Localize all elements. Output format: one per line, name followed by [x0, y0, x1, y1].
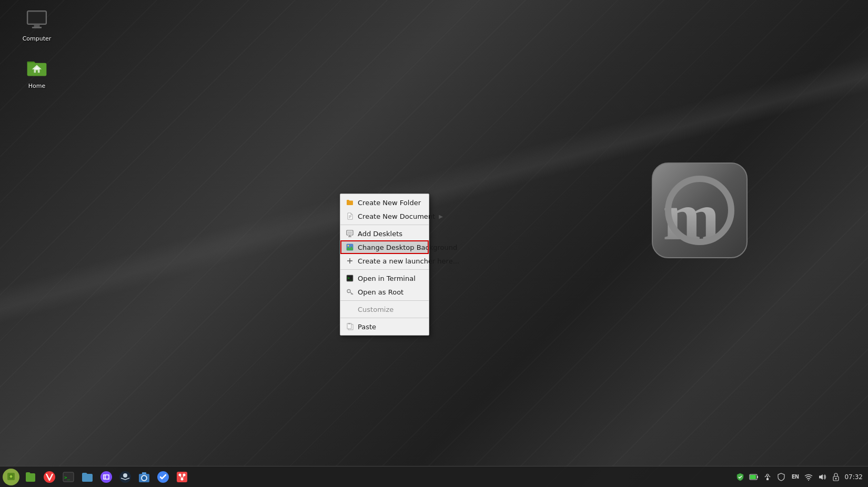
menu-item-create-new-document[interactable]: Create New Document ▶: [340, 209, 429, 223]
menu-item-add-desklets[interactable]: Add Desklets: [340, 227, 429, 240]
tray-lock[interactable]: [831, 472, 841, 482]
menu-item-open-in-terminal[interactable]: >_ Open in Terminal: [340, 271, 429, 285]
context-menu: Create New Folder Create New Document ▶: [340, 194, 429, 336]
svg-point-38: [143, 476, 146, 480]
svg-rect-3: [32, 27, 42, 28]
svg-point-21: [347, 290, 350, 293]
plus-icon: [346, 257, 354, 265]
menu-label-change-desktop-background: Change Desktop Background: [358, 244, 457, 251]
menu-item-change-desktop-background[interactable]: Change Desktop Background: [340, 240, 429, 254]
menu-item-paste[interactable]: Paste: [340, 320, 429, 333]
taskbar-camera[interactable]: [136, 469, 153, 485]
taskbar-left: >_: [0, 469, 193, 485]
doc-icon: [346, 212, 354, 220]
menu-label-open-in-terminal: Open in Terminal: [358, 275, 416, 282]
menu-separator-4: [340, 318, 429, 318]
menu-item-create-new-launcher[interactable]: Create a new launcher here...: [340, 254, 429, 268]
svg-line-53: [765, 476, 766, 477]
svg-rect-41: [177, 472, 187, 482]
menu-label-add-desklets: Add Desklets: [358, 230, 402, 238]
tray-network[interactable]: [762, 472, 773, 482]
terminal-icon: >_: [346, 274, 354, 282]
svg-rect-0: [27, 11, 47, 25]
taskbar-steam[interactable]: [117, 469, 134, 485]
menu-label-create-new-document: Create New Document: [358, 212, 435, 220]
tray-wifi[interactable]: [803, 472, 814, 482]
svg-marker-4: [32, 65, 42, 69]
menu-item-create-new-folder[interactable]: Create New Folder: [340, 196, 429, 209]
taskbar-files[interactable]: [22, 469, 39, 485]
svg-text:>_: >_: [64, 475, 70, 480]
menu-separator-1: [340, 225, 429, 225]
desktop[interactable]: Computer Home m: [0, 0, 868, 487]
tray-volume[interactable]: [817, 472, 827, 482]
svg-rect-48: [757, 476, 758, 478]
menu-label-customize: Customize: [358, 306, 393, 313]
mint-menu-button[interactable]: [3, 469, 19, 485]
taskbar-smartgit[interactable]: [174, 469, 190, 485]
taskbar-terminal[interactable]: >_: [60, 469, 77, 485]
paste-icon: [346, 322, 354, 331]
svg-rect-50: [766, 478, 769, 480]
taskbar-clock[interactable]: 07:32: [844, 473, 863, 481]
menu-label-paste: Paste: [358, 323, 376, 331]
menu-separator-3: [340, 300, 429, 301]
computer-icon[interactable]: Computer: [16, 5, 58, 45]
tray-vpn-shield[interactable]: [776, 472, 786, 482]
folder-new-icon: [346, 198, 354, 207]
menu-label-create-new-launcher: Create a new launcher here...: [358, 257, 459, 265]
customize-icon: [346, 305, 354, 313]
tray-shield-check[interactable]: [735, 472, 745, 482]
taskbar-files2[interactable]: [79, 469, 96, 485]
svg-rect-12: [348, 231, 352, 234]
svg-point-28: [10, 475, 13, 478]
menu-item-customize: Customize: [340, 302, 429, 316]
svg-text:>_: >_: [348, 276, 352, 280]
computer-icon-label: Computer: [23, 35, 52, 42]
submenu-arrow: ▶: [439, 214, 443, 219]
svg-rect-2: [34, 24, 40, 27]
computer-icon-image: [24, 8, 49, 33]
mint-logo: m: [647, 158, 752, 273]
svg-rect-1: [28, 12, 46, 24]
svg-point-35: [123, 473, 127, 478]
taskbar-right: EN: [730, 472, 868, 482]
wallpaper-icon: [346, 243, 354, 251]
menu-separator-2: [340, 269, 429, 270]
svg-rect-49: [750, 475, 756, 479]
taskbar-app5[interactable]: [98, 469, 115, 485]
key-icon: [346, 288, 354, 296]
menu-label-create-new-folder: Create New Folder: [358, 199, 421, 207]
menu-label-open-as-root: Open as Root: [358, 288, 403, 296]
desklet-icon: [346, 229, 354, 238]
taskbar: >_: [0, 466, 868, 487]
svg-line-54: [769, 476, 770, 477]
svg-marker-56: [819, 474, 823, 480]
home-icon-label: Home: [28, 83, 45, 89]
menu-item-open-as-root[interactable]: Open as Root: [340, 285, 429, 299]
home-icon[interactable]: Home: [16, 53, 58, 92]
taskbar-ticktick[interactable]: [155, 469, 171, 485]
tray-battery[interactable]: [749, 472, 759, 482]
desktop-icons: Computer Home: [16, 5, 58, 92]
svg-point-52: [766, 474, 769, 476]
svg-point-16: [348, 245, 349, 247]
svg-point-55: [808, 480, 809, 481]
taskbar-vivaldi[interactable]: [41, 469, 58, 485]
svg-point-32: [100, 471, 112, 483]
svg-point-29: [44, 471, 55, 483]
svg-rect-27: [348, 323, 350, 324]
home-icon-image: [24, 55, 49, 80]
svg-rect-39: [142, 472, 146, 474]
tray-keyboard[interactable]: EN: [790, 472, 800, 482]
svg-point-58: [835, 478, 837, 479]
